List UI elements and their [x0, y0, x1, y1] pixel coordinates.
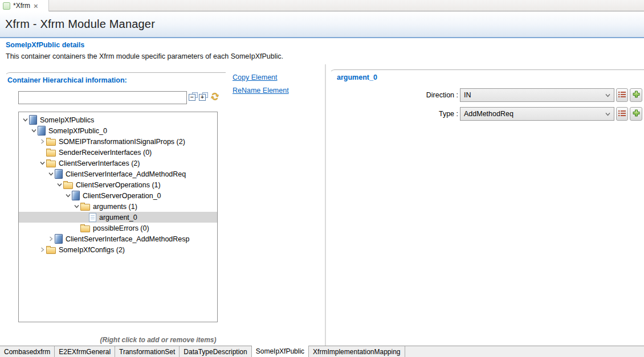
- bottom-tab-combasedxfrm[interactable]: Combasedxfrm: [0, 346, 55, 357]
- container-icon: [38, 126, 46, 136]
- field-label: Direction :: [330, 91, 460, 99]
- arrow-spacer: [38, 149, 46, 157]
- collapsed-arrow-icon[interactable]: [38, 246, 46, 254]
- expand-all-icon[interactable]: +: [199, 92, 208, 101]
- form-header: Xfrm - Xfrm Module Manager: [0, 11, 644, 38]
- dropdown-value: AddMethodReq: [464, 110, 513, 118]
- add-button[interactable]: [630, 107, 642, 121]
- element-actions: Copy ElementReName Element: [233, 73, 289, 95]
- tree-item[interactable]: argument_0: [19, 212, 217, 223]
- tree-hint-text: (Right click to add or remove items): [5, 336, 226, 344]
- tree-item[interactable]: ClientServerInterface_AddMethodReq: [19, 169, 217, 179]
- hierarchy-group-title: Container Hierarchical information:: [7, 76, 127, 84]
- tree-item[interactable]: SomeIpXfConfigs (2): [19, 244, 217, 255]
- expand-all-front-square: +: [199, 94, 206, 101]
- expanded-arrow-icon[interactable]: [30, 127, 38, 135]
- folder-icon: [46, 245, 56, 254]
- bottom-tab-someipxfpublic[interactable]: SomeIpXfPublic: [252, 346, 309, 357]
- tree-item[interactable]: SomeIpXfPublics: [19, 114, 217, 125]
- tree-item[interactable]: SomeIpXfPublic_0: [19, 125, 217, 136]
- bottom-tab-transformationset[interactable]: TransformationSet: [115, 346, 180, 357]
- element-details-panel: argument_0 Direction :INType :AddMethodR…: [329, 69, 644, 346]
- tree-item-label: SenderReceiverInterfaces (0): [59, 149, 152, 157]
- expanded-arrow-icon[interactable]: [21, 116, 29, 124]
- arrow-spacer: [81, 214, 89, 221]
- list-select-button[interactable]: [616, 107, 628, 121]
- list-icon: [618, 90, 626, 100]
- expanded-arrow-icon[interactable]: [64, 192, 72, 200]
- bottom-tab-xfrmimplementationmapping[interactable]: XfrmImplementationMapping: [309, 346, 405, 357]
- folder-icon: [80, 202, 90, 211]
- add-button[interactable]: [630, 88, 642, 102]
- tree-item-label: possibleErrors (0): [93, 224, 149, 232]
- tree-item-label: SomeIpXfPublic_0: [48, 127, 107, 135]
- chevron-down-icon[interactable]: [605, 92, 611, 100]
- tree-item-label: ClientServerInterface_AddMethodReq: [66, 170, 186, 178]
- expanded-arrow-icon[interactable]: [47, 170, 55, 178]
- collapse-all-icon[interactable]: −: [189, 92, 198, 101]
- editor-tab-label: *Xfrm: [13, 2, 30, 10]
- tree-item[interactable]: ClientServerOperations (1): [19, 179, 217, 190]
- chevron-down-icon[interactable]: [605, 111, 611, 119]
- tree-item-label: argument_0: [99, 214, 137, 221]
- folder-icon: [46, 148, 56, 157]
- field-rows: Direction :INType :AddMethodReq: [330, 88, 644, 126]
- tree-item[interactable]: arguments (1): [19, 201, 217, 212]
- folder-icon: [46, 137, 56, 146]
- field-row: Direction :IN: [330, 88, 644, 102]
- list-select-button[interactable]: [616, 88, 628, 102]
- tree-item[interactable]: ClientServerOperation_0: [19, 190, 217, 201]
- copy-element-link[interactable]: Copy Element: [233, 73, 289, 81]
- editor-tab-bar: *Xfrm ×: [0, 0, 644, 11]
- folder-icon: [63, 180, 73, 189]
- details-section-header: SomeIpXfPublic details This container co…: [0, 39, 644, 62]
- collapsed-arrow-icon[interactable]: [38, 138, 46, 146]
- tree-filter-input[interactable]: [18, 91, 187, 104]
- tree-item-label: ClientServerInterfaces (2): [59, 159, 140, 167]
- folder-icon: [80, 224, 90, 232]
- tree-item-label: SomeIpXfPublics: [40, 116, 94, 124]
- editor-tab-xfrm[interactable]: *Xfrm ×: [0, 0, 49, 11]
- list-icon: [618, 109, 626, 119]
- panel-divider[interactable]: [325, 64, 326, 346]
- folder-icon: [46, 159, 56, 167]
- dropdown-value: IN: [464, 91, 471, 99]
- field-row: Type :AddMethodReq: [330, 107, 644, 121]
- section-description: This container containers the Xfrm modul…: [6, 52, 638, 60]
- tree-item-label: arguments (1): [93, 203, 137, 211]
- field-dropdown[interactable]: AddMethodReq: [460, 107, 614, 121]
- section-title: SomeIpXfPublic details: [6, 41, 638, 49]
- tree-item[interactable]: ClientServerInterfaces (2): [19, 158, 217, 169]
- container-icon: [29, 115, 37, 125]
- container-hierarchy-group: Container Hierarchical information: − + …: [5, 72, 226, 345]
- bottom-tab-e2exfrmgeneral[interactable]: E2EXfrmGeneral: [55, 346, 115, 357]
- collapse-all-front-square: −: [189, 94, 195, 101]
- editor-file-icon: [3, 2, 10, 10]
- collapsed-arrow-icon[interactable]: [47, 235, 55, 243]
- tree-item[interactable]: SenderReceiverInterfaces (0): [19, 147, 217, 158]
- expanded-arrow-icon[interactable]: [55, 181, 63, 189]
- expanded-arrow-icon[interactable]: [72, 203, 80, 211]
- tree-item-label: SOMEIPTransformationISignalProps (2): [59, 138, 185, 146]
- tree-item[interactable]: possibleErrors (0): [19, 223, 217, 233]
- page-title: Xfrm - Xfrm Module Manager: [5, 18, 155, 31]
- application-window: *Xfrm × Xfrm - Xfrm Module Manager SomeI…: [0, 0, 644, 357]
- plus-icon: [633, 90, 640, 100]
- arrow-spacer: [72, 224, 80, 232]
- tree-item-label: ClientServerInterface_AddMethodResp: [66, 235, 189, 243]
- field-dropdown[interactable]: IN: [460, 88, 614, 102]
- tree-item[interactable]: ClientServerInterface_AddMethodResp: [19, 233, 217, 244]
- refresh-icon[interactable]: [210, 92, 220, 101]
- field-label: Type :: [330, 110, 460, 118]
- tree-item-label: ClientServerOperation_0: [83, 192, 161, 200]
- tree-item-label: SomeIpXfConfigs (2): [59, 246, 125, 254]
- rename-element-link[interactable]: ReName Element: [233, 87, 289, 95]
- container-icon: [55, 169, 63, 179]
- tree-item-label: ClientServerOperations (1): [76, 181, 161, 189]
- expanded-arrow-icon[interactable]: [38, 159, 46, 167]
- bottom-tab-datatypedescription[interactable]: DataTypeDescription: [180, 346, 251, 357]
- tree-item[interactable]: SOMEIPTransformationISignalProps (2): [19, 136, 217, 147]
- plus-icon: [633, 109, 640, 119]
- close-icon[interactable]: ×: [34, 3, 38, 9]
- container-icon: [72, 191, 80, 200]
